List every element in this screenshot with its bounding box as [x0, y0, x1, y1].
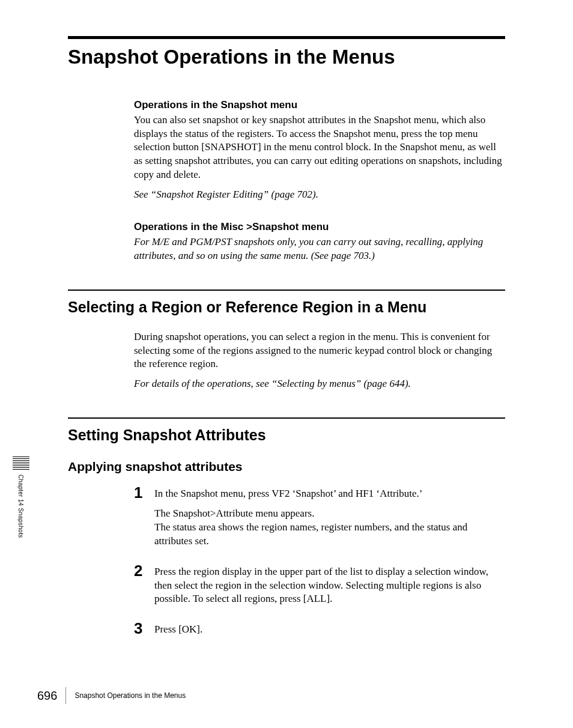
- chapter-rule: [68, 36, 505, 39]
- step-3: 3 Press [OK].: [134, 620, 505, 643]
- section1-heading: Selecting a Region or Reference Region i…: [68, 298, 505, 316]
- ops-misc-heading: Operations in the Misc >Snapshot menu: [134, 221, 505, 233]
- ops-snapshot-body: You can also set snapshot or key snapsho…: [134, 114, 505, 183]
- section2-subheading: Applying snapshot attributes: [68, 460, 505, 474]
- chapter-title: Snapshot Operations in the Menus: [68, 45, 505, 69]
- page-number: 696: [37, 689, 57, 703]
- ops-snapshot-heading: Operations in the Snapshot menu: [134, 99, 505, 111]
- section-rule-1: [68, 290, 505, 291]
- step-3-p1: Press [OK].: [154, 623, 202, 637]
- footer-divider: [65, 687, 66, 704]
- section2-heading: Setting Snapshot Attributes: [68, 426, 505, 444]
- section1-body: During snapshot operations, you can sele…: [134, 330, 505, 372]
- ops-snapshot-see: See “Snapshot Register Editing” (page 70…: [134, 188, 505, 202]
- step-1-p3: The status area shows the region names, …: [154, 521, 505, 548]
- step-2: 2 Press the region display in the upper …: [134, 563, 505, 613]
- step-3-number: 3: [134, 620, 154, 636]
- footer-title: Snapshot Operations in the Menus: [74, 691, 186, 700]
- section-rule-2: [68, 417, 505, 419]
- page-footer: 696 Snapshot Operations in the Menus: [37, 687, 505, 704]
- step-2-p1: Press the region display in the upper pa…: [154, 565, 505, 607]
- step-2-number: 2: [134, 563, 154, 578]
- step-1-number: 1: [134, 485, 154, 500]
- section1-see: For details of the operations, see “Sele…: [134, 377, 505, 391]
- ops-misc-body: For M/E and PGM/PST snapshots only, you …: [134, 235, 505, 263]
- step-1-p2: The Snapshot>Attribute menu appears.: [154, 507, 505, 521]
- step-1: 1 In the Snapshot menu, press VF2 ‘Snaps…: [134, 485, 505, 554]
- side-tab: Chapter 14 Snapshots: [13, 457, 29, 538]
- side-tab-lines-icon: [13, 457, 29, 470]
- side-tab-text: Chapter 14 Snapshots: [17, 475, 24, 538]
- step-1-p1: In the Snapshot menu, press VF2 ‘Snapsho…: [154, 487, 505, 501]
